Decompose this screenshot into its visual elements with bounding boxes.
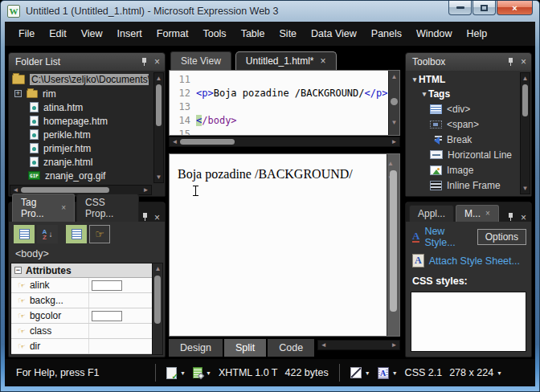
menu-window[interactable]: Window (409, 24, 459, 43)
scroll-up-icon[interactable]: ▲ (521, 73, 530, 84)
scroll-left-icon[interactable]: ◄ (170, 137, 180, 147)
css-styles-listbox[interactable] (411, 292, 526, 352)
design-hscrollbar[interactable]: ◄ ► (317, 340, 400, 350)
expand-icon[interactable]: + (14, 90, 22, 97)
close-panel-icon[interactable]: × (154, 58, 160, 66)
tree-item-znanje[interactable]: znanje.html (9, 155, 165, 169)
close-panel-icon[interactable]: × (521, 214, 526, 222)
toolbox-group-tags[interactable]: ▾ Tags (406, 87, 531, 101)
page-size-dropdown[interactable]: 278 x 224 ▼ (449, 367, 502, 378)
show-categorized-button[interactable] (14, 225, 35, 243)
tree-item-rim[interactable]: + rim (9, 87, 165, 100)
attr-value-box[interactable] (92, 280, 122, 291)
style-application-dropdown[interactable]: A ▼ (378, 367, 398, 379)
tab-untitled1[interactable]: Untitled_1.html* × (235, 51, 337, 70)
attr-row-background[interactable]: ☞ backg... (11, 293, 162, 308)
tab-close-icon[interactable]: × (321, 57, 326, 65)
tab-manage-styles[interactable]: M... × (456, 205, 499, 222)
scroll-thumb[interactable] (154, 276, 161, 324)
toolbox-item-inline-frame[interactable]: Inline Frame (406, 178, 531, 193)
scroll-left-icon[interactable]: ◄ (318, 340, 329, 350)
status-css-version[interactable]: CSS 2.1 (405, 367, 443, 378)
tab-site-view[interactable]: Site View (170, 51, 231, 70)
menu-format[interactable]: Format (149, 24, 196, 43)
scroll-right-icon[interactable]: ► (389, 137, 399, 147)
design-vscrollbar[interactable]: ▲ ▼ (387, 154, 399, 336)
scroll-right-icon[interactable]: ► (389, 340, 399, 350)
tab-apply-styles[interactable]: Appl... (409, 205, 454, 222)
maximize-button[interactable] (472, 1, 496, 15)
folder-root-row[interactable]: C:\Users\zeljko\Documents\My (9, 72, 165, 87)
scroll-down-icon[interactable]: ▼ (521, 183, 530, 194)
scroll-thumb[interactable] (180, 139, 235, 145)
status-doctype[interactable]: XHTML 1.0 T (219, 367, 278, 378)
scroll-up-icon[interactable]: ▲ (389, 71, 399, 82)
tab-close-icon[interactable]: × (485, 210, 490, 218)
collapse-icon[interactable]: ▾ (420, 90, 428, 98)
collapse-icon[interactable]: ▾ (411, 76, 419, 84)
toolbox-group-html[interactable]: ▾ HTML (406, 72, 531, 87)
scroll-thumb[interactable] (156, 84, 162, 126)
code-vscrollbar[interactable]: ▲ ▼ (388, 71, 399, 135)
tab-css-properties[interactable]: CSS Prop... (76, 194, 139, 222)
close-panel-icon[interactable]: × (154, 214, 160, 222)
attr-value-box[interactable] (92, 311, 122, 321)
menu-file[interactable]: File (11, 24, 42, 43)
code-errors-dropdown[interactable]: ▼ (193, 367, 211, 378)
toolbox-vscrollbar[interactable]: ▲ ▼ (520, 72, 530, 194)
edit-tag-button[interactable]: ☞ (89, 225, 110, 243)
close-panel-icon[interactable]: × (521, 58, 526, 66)
tree-item-primjer[interactable]: primjer.htm (9, 141, 165, 155)
tree-item-znanje-gif[interactable]: GIF znanje_org.gif (9, 169, 165, 182)
tree-item-homepage[interactable]: homepage.htm (9, 114, 165, 128)
pin-icon[interactable] (140, 58, 148, 67)
menu-view[interactable]: View (74, 24, 110, 43)
pin-icon[interactable] (506, 58, 514, 67)
scroll-up-icon[interactable]: ▲ (154, 73, 163, 84)
menu-panels[interactable]: Panels (364, 24, 409, 43)
tree-item-atina[interactable]: atina.htm (9, 100, 165, 114)
toolbox-item-div[interactable]: <div> (406, 101, 531, 116)
scroll-thumb[interactable] (391, 98, 398, 105)
toolbox-item-span[interactable]: <span> (406, 116, 531, 132)
show-set-properties-button[interactable] (66, 225, 87, 243)
code-hscrollbar[interactable]: ◄ ► (169, 137, 400, 147)
compatibility-check-dropdown[interactable]: ✓ ▼ (166, 367, 186, 379)
scroll-thumb[interactable] (21, 187, 109, 193)
toolbox-item-horizontal-line[interactable]: Horizontal Line (406, 147, 531, 162)
menu-data-view[interactable]: Data View (304, 24, 364, 43)
attr-row-bgcolor[interactable]: ☞ bgcolor (11, 308, 162, 324)
view-tab-split[interactable]: Split (224, 339, 266, 357)
menu-help[interactable]: Help (460, 24, 495, 43)
tree-item-perikle[interactable]: perikle.htm (9, 128, 165, 141)
attributes-vscrollbar[interactable]: ▲ (152, 263, 162, 354)
sort-alphabetical-button[interactable]: AZ ↓ (37, 225, 58, 243)
menu-table[interactable]: Table (234, 24, 272, 43)
attributes-section-header[interactable]: − Attributes (11, 263, 162, 278)
view-tab-code[interactable]: Code (268, 339, 314, 357)
scroll-down-icon[interactable]: ▼ (154, 172, 163, 182)
collapse-icon[interactable]: − (14, 267, 22, 274)
scroll-thumb[interactable] (390, 170, 397, 312)
scroll-thumb[interactable] (522, 84, 528, 116)
view-tab-design[interactable]: Design (169, 339, 223, 357)
design-pane[interactable]: Boja pozadine /BACKGROUND/ ▲ ▼ (169, 153, 400, 337)
new-style-link[interactable]: New Style... (424, 226, 477, 248)
menu-tools[interactable]: Tools (195, 24, 233, 43)
scroll-up-icon[interactable]: ▲ (387, 160, 394, 167)
tab-tag-properties[interactable]: Tag Pro... × (12, 194, 75, 222)
pin-icon[interactable] (506, 213, 514, 222)
pin-icon[interactable] (141, 213, 148, 222)
attr-row-class[interactable]: ☞ class (11, 324, 162, 339)
scroll-up-icon[interactable]: ▲ (153, 263, 163, 274)
scroll-right-icon[interactable]: ► (141, 185, 151, 195)
attr-row-dir[interactable]: ☞ dir (11, 339, 162, 354)
menu-site[interactable]: Site (272, 24, 305, 43)
folder-list-vscrollbar[interactable]: ▲ ▼ (153, 72, 164, 183)
toolbox-item-image[interactable]: Image (406, 162, 531, 178)
menu-insert[interactable]: Insert (110, 24, 149, 43)
tab-close-icon[interactable]: × (61, 204, 66, 212)
visual-aids-dropdown[interactable]: ▼ (350, 367, 370, 378)
code-pane[interactable]: 11 12<p>Boja pozadine /BACKGROUND/</p> 1… (169, 70, 400, 136)
toolbox-item-break[interactable]: Break (406, 132, 531, 147)
